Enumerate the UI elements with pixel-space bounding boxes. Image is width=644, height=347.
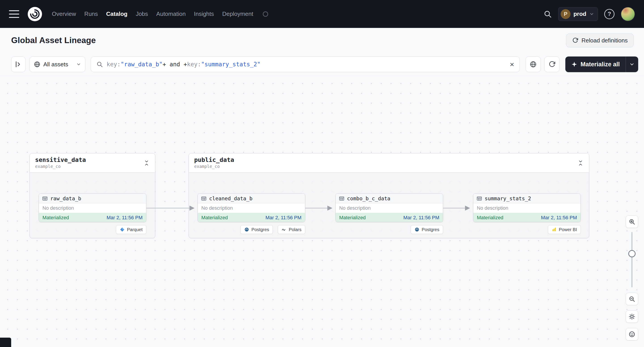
search-icon <box>96 61 103 68</box>
graph-query-settings-button[interactable] <box>526 56 541 72</box>
hamburger-icon <box>9 10 19 11</box>
deployment-initial-badge: P <box>561 9 570 19</box>
asset-node-cleaned-data-b[interactable]: cleaned_data_b No description Materializ… <box>198 193 305 222</box>
zoom-slider-knob[interactable] <box>628 250 636 257</box>
deployment-switcher[interactable]: P prod <box>558 7 598 21</box>
zoom-in-icon <box>628 218 635 225</box>
dagster-logo[interactable] <box>28 7 42 21</box>
hamburger-menu-button[interactable] <box>9 10 19 18</box>
lineage-canvas[interactable]: sensitive_data example_co public_data ex… <box>0 76 644 347</box>
kind-tag-parquet[interactable]: Parquet <box>116 225 146 234</box>
asset-description: No description <box>473 203 580 213</box>
reload-definitions-button[interactable]: Reload definitions <box>566 33 634 47</box>
kind-tags-combo-b-c-data: Postgres <box>336 225 443 234</box>
zoom-out-icon <box>628 296 635 302</box>
materialize-all-label: Materialize all <box>580 61 620 68</box>
asset-node-header: raw_data_b <box>39 194 146 203</box>
asset-node-header: summary_stats_2 <box>473 194 580 203</box>
feedback-button[interactable] <box>626 328 638 341</box>
chevron-down-icon <box>589 11 594 16</box>
kind-tag-label: Power BI <box>559 227 577 232</box>
zoom-slider-track <box>632 232 632 287</box>
search-icon <box>544 10 552 18</box>
materialization-timestamp[interactable]: Mar 2, 11:56 PM <box>541 215 577 221</box>
refresh-graph-button[interactable] <box>544 56 560 72</box>
dagster-logo-icon <box>28 7 42 21</box>
materialize-all-button[interactable]: Materialize all <box>565 56 626 72</box>
materialization-timestamp[interactable]: Mar 2, 11:56 PM <box>106 215 142 221</box>
group-header[interactable]: sensitive_data example_co <box>30 153 155 173</box>
materialization-timestamp[interactable]: Mar 2, 11:56 PM <box>403 215 439 221</box>
materialized-status: Materialized <box>42 215 69 221</box>
navbar-right-cluster: P prod ? <box>544 7 635 21</box>
open-side-panel-button[interactable] <box>11 56 26 72</box>
materialize-options-button[interactable] <box>626 56 638 72</box>
nav-item-insights[interactable]: Insights <box>194 10 214 17</box>
materialized-status: Materialized <box>477 215 504 221</box>
nav-item-automation[interactable]: Automation <box>156 10 186 17</box>
kind-tag-postgres[interactable]: Postgres <box>240 225 273 234</box>
lineage-toolbar: All assets key: "raw_data_b" + and + key… <box>0 53 644 76</box>
asset-node-combo-b-c-data[interactable]: combo_b_c_data No description Materializ… <box>336 193 443 222</box>
kind-tags-raw-data-b: Parquet <box>39 225 146 234</box>
table-icon <box>201 196 207 201</box>
search-token-operator: + and + <box>162 61 187 68</box>
materialization-timestamp[interactable]: Mar 2, 11:56 PM <box>266 215 302 221</box>
kind-tag-label: Parquet <box>127 227 142 232</box>
kind-tag-polars[interactable]: Polars <box>278 225 305 234</box>
smiley-face-icon <box>628 331 635 338</box>
powerbi-icon <box>552 227 557 232</box>
chevron-down-icon <box>76 62 81 67</box>
group-header[interactable]: public_data example_co <box>189 153 589 173</box>
top-navbar: Overview Runs Catalog Jobs Automation In… <box>0 0 644 28</box>
reload-icon <box>572 37 578 43</box>
zoom-out-button[interactable] <box>626 293 638 305</box>
nav-item-deployment[interactable]: Deployment <box>222 10 253 17</box>
nav-item-catalog[interactable]: Catalog <box>106 10 127 17</box>
kind-tag-label: Postgres <box>422 227 439 232</box>
collapse-group-button[interactable] <box>576 159 585 167</box>
help-button[interactable]: ? <box>604 9 614 19</box>
asset-name: combo_b_c_data <box>347 196 390 201</box>
page-title: Global Asset Lineage <box>11 36 96 45</box>
deployment-name: prod <box>574 10 586 17</box>
panel-expand-icon <box>14 60 22 68</box>
asset-scope-dropdown[interactable]: All assets <box>30 56 85 72</box>
asset-name: summary_stats_2 <box>485 196 531 201</box>
asset-node-header: cleaned_data_b <box>198 194 305 203</box>
kind-tag-postgres[interactable]: Postgres <box>411 225 443 234</box>
nav-item-jobs[interactable]: Jobs <box>136 10 148 17</box>
refresh-icon <box>548 61 556 68</box>
asset-node-header: combo_b_c_data <box>336 194 443 203</box>
page-header: Global Asset Lineage Reload definitions <box>0 28 644 53</box>
polars-icon <box>282 227 286 232</box>
sparkle-icon <box>571 61 578 67</box>
nav-item-runs[interactable]: Runs <box>84 10 98 17</box>
zoom-in-button[interactable] <box>626 216 638 228</box>
kind-tags-summary-stats-2: Power BI <box>473 225 581 234</box>
asset-status-row: Materialized Mar 2, 11:56 PM <box>336 213 443 222</box>
asset-status-row: Materialized Mar 2, 11:56 PM <box>473 213 580 222</box>
kind-tag-label: Postgres <box>252 227 269 232</box>
asset-node-raw-data-b[interactable]: raw_data_b No description Materialized M… <box>39 193 146 222</box>
asset-status-row: Materialized Mar 2, 11:56 PM <box>39 213 146 222</box>
postgres-icon <box>414 227 420 232</box>
table-icon <box>476 196 482 201</box>
collapse-group-button[interactable] <box>142 159 151 167</box>
question-mark-icon: ? <box>608 10 611 17</box>
zoom-slider[interactable] <box>626 232 638 287</box>
asset-node-summary-stats-2[interactable]: summary_stats_2 No description Materiali… <box>473 193 581 222</box>
chevron-down-icon <box>629 62 634 67</box>
graph-settings-button[interactable] <box>626 310 638 323</box>
search-token-key: key: <box>106 61 121 68</box>
materialized-status: Materialized <box>201 215 228 221</box>
nav-item-overview[interactable]: Overview <box>52 10 76 17</box>
asset-search-input[interactable]: key: "raw_data_b" + and + key: "summary_… <box>91 56 520 72</box>
clear-search-button[interactable]: × <box>510 60 514 68</box>
user-avatar[interactable] <box>621 7 635 21</box>
asset-description: No description <box>39 203 146 213</box>
kind-tag-powerbi[interactable]: Power BI <box>548 225 581 234</box>
gear-icon <box>628 313 635 320</box>
asset-name: cleaned_data_b <box>209 196 252 201</box>
global-search-button[interactable] <box>544 10 552 18</box>
